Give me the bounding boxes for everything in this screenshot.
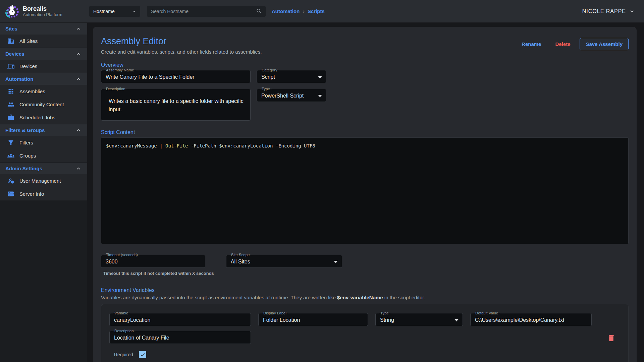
env-variable-syntax: $env:variableName <box>337 295 383 300</box>
site-scope-select[interactable]: Site Scope All Sites <box>226 255 342 268</box>
variable-type-select[interactable]: Type String <box>375 313 463 326</box>
assembly-name-field[interactable]: Assembly Name Write Canary File to a Spe… <box>101 70 251 83</box>
sidebar-item-community-content[interactable]: Community Content <box>0 98 87 111</box>
required-checkbox[interactable] <box>139 351 146 358</box>
main-content: Assembly Editor Create and edit variable… <box>87 22 644 362</box>
devices-icon <box>7 63 14 70</box>
sidebar-section-admin-settings: Admin Settings User Management Server In… <box>0 162 87 200</box>
breadcrumb-scripts[interactable]: Scripts <box>308 8 325 14</box>
chevron-up-icon <box>75 165 82 172</box>
sidebar-section-header-automation[interactable]: Automation <box>0 73 87 85</box>
display-label-field[interactable]: Display Label Folder Location <box>258 313 368 326</box>
briefcase-icon <box>7 114 14 121</box>
script-editor[interactable]: $env:canaryMessage | Out-File -FilePath … <box>101 137 629 244</box>
required-label: Required <box>114 352 133 357</box>
variable-description-field[interactable]: Description Location of Canary File <box>109 331 251 344</box>
brand-tagline: Automation Platform <box>23 12 62 17</box>
rename-button[interactable]: Rename <box>517 39 546 50</box>
chevron-up-icon <box>75 76 82 82</box>
user-gear-icon <box>7 177 14 184</box>
script-content-section-label: Script Content <box>101 129 629 135</box>
dropdown-arrow-icon <box>454 319 459 321</box>
category-value: Script <box>261 74 315 80</box>
sidebar-section-header-sites[interactable]: Sites <box>0 22 87 35</box>
save-assembly-button[interactable]: Save Assembly <box>580 38 629 50</box>
type-label: Type <box>260 86 272 91</box>
sidebar-section-sites: Sites All Sites <box>0 22 87 48</box>
top-bar: Borealis Automation Platform Hostname Au… <box>0 0 644 22</box>
dropdown-arrow-icon <box>318 76 322 78</box>
brand-block[interactable]: Borealis Automation Platform <box>0 4 87 19</box>
sidebar-item-user-management[interactable]: User Management <box>0 174 87 187</box>
borealis-rabbit-logo-icon <box>4 4 19 19</box>
site-scope-label: Site Scope <box>229 252 252 257</box>
assembly-editor-card: Assembly Editor Create and edit variable… <box>93 27 637 362</box>
delete-button[interactable]: Delete <box>550 39 575 50</box>
environment-variables-section-label: Environment Variables <box>101 287 629 293</box>
app-window: Borealis Automation Platform Hostname Au… <box>0 0 644 362</box>
timeout-helper-text: Timeout this script if not completed wit… <box>101 271 214 276</box>
checkmark-icon <box>140 352 145 357</box>
environment-variables-description: Variables are dynamically passed into th… <box>101 295 629 300</box>
description-field[interactable]: Description Writes a basic canary file t… <box>101 89 251 121</box>
environment-variable-row: Variable canaryLocation Display Label Fo… <box>101 304 629 362</box>
site-scope-value: All Sites <box>231 259 331 265</box>
search-icon[interactable] <box>256 8 262 14</box>
apps-grid-icon <box>7 88 14 95</box>
filter-funnel-icon <box>7 139 14 146</box>
dropdown-arrow-icon <box>334 261 338 263</box>
assembly-name-value: Write Canary File to a Specific Folder <box>106 74 195 80</box>
sidebar-section-filters-groups: Filters & Groups Filters Groups <box>0 124 87 162</box>
timeout-label: Timeout (seconds) <box>104 252 140 257</box>
breadcrumb-separator-icon: › <box>303 8 305 15</box>
page-subtitle: Create and edit variables, scripts, and … <box>101 49 517 55</box>
page-title: Assembly Editor <box>101 36 517 47</box>
chevron-down-icon <box>131 9 137 14</box>
sidebar-item-devices[interactable]: Devices <box>0 60 87 73</box>
sidebar-item-server-info[interactable]: Server Info <box>0 187 87 200</box>
timeout-value: 3600 <box>106 259 118 265</box>
search-input[interactable] <box>151 9 256 14</box>
sidebar: Sites All Sites Devices <box>0 22 87 362</box>
chevron-up-icon <box>75 25 82 32</box>
description-value: Writes a basic canary file to a specific… <box>109 97 245 114</box>
sidebar-item-scheduled-jobs[interactable]: Scheduled Jobs <box>0 111 87 124</box>
sidebar-section-automation: Automation Assemblies Community Content … <box>0 73 87 124</box>
assembly-name-label: Assembly Name <box>104 68 136 72</box>
hostname-select[interactable]: Hostname <box>89 6 140 17</box>
overview-section-label: Overview <box>101 62 629 68</box>
sidebar-section-header-filters-groups[interactable]: Filters & Groups <box>0 124 87 136</box>
timeout-field[interactable]: Timeout (seconds) 3600 <box>101 255 205 268</box>
sidebar-item-groups[interactable]: Groups <box>0 149 87 162</box>
sidebar-section-header-devices[interactable]: Devices <box>0 48 87 60</box>
brand-name: Borealis <box>23 5 62 12</box>
script-code-line: $env:canaryMessage | Out-File -FilePath … <box>106 143 624 148</box>
breadcrumb-automation[interactable]: Automation <box>272 8 300 14</box>
sidebar-item-all-sites[interactable]: All Sites <box>0 35 87 48</box>
type-select[interactable]: Type PowerShell Script <box>257 89 326 102</box>
variable-name-field[interactable]: Variable canaryLocation <box>109 313 251 326</box>
sidebar-section-devices: Devices Devices <box>0 48 87 73</box>
user-menu[interactable]: NICOLE RAPPE <box>582 8 635 15</box>
default-value-field[interactable]: Default Value C:\Users\example\Desktop\C… <box>470 313 592 326</box>
delete-variable-button[interactable] <box>607 334 615 343</box>
people-icon <box>7 101 14 108</box>
category-select[interactable]: Category Script <box>257 70 326 83</box>
sidebar-section-header-admin-settings[interactable]: Admin Settings <box>0 162 87 174</box>
user-name: NICOLE RAPPE <box>582 8 626 14</box>
dropdown-arrow-icon <box>318 95 322 97</box>
sidebar-item-assemblies[interactable]: Assemblies <box>0 85 87 98</box>
hostname-search <box>147 6 266 17</box>
groups-icon <box>7 152 14 159</box>
type-value: PowerShell Script <box>261 93 315 99</box>
chevron-up-icon <box>75 127 82 134</box>
chevron-up-icon <box>75 51 82 57</box>
breadcrumb: Automation › Scripts <box>272 8 325 15</box>
category-label: Category <box>260 68 279 72</box>
sidebar-item-filters[interactable]: Filters <box>0 136 87 149</box>
hostname-select-value: Hostname <box>93 9 131 14</box>
description-label: Description <box>104 86 127 91</box>
server-icon <box>7 190 14 197</box>
chevron-down-icon <box>629 8 635 15</box>
trash-icon <box>607 334 615 342</box>
